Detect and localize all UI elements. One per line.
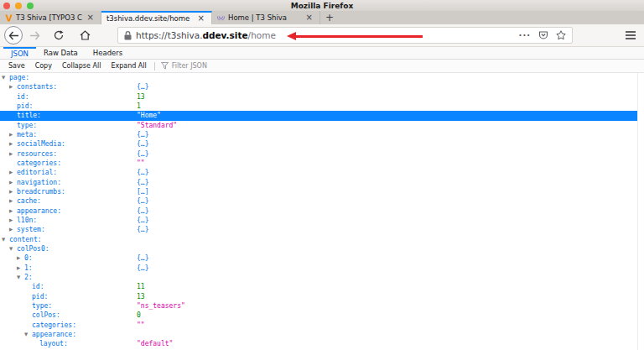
json-key: navigation: [17, 179, 61, 186]
json-tree-row[interactable]: type: "ns_teasers" [0, 301, 644, 311]
json-tree-row[interactable]: id: 11 [0, 282, 644, 291]
json-value: {…} [137, 264, 148, 274]
filter-json-input[interactable] [172, 62, 298, 70]
json-tree-row[interactable]: id: 13 [0, 92, 644, 102]
json-tree-row[interactable]: ▶ appearance: {…} [0, 206, 644, 216]
expand-all-button[interactable]: Expand All [106, 62, 151, 70]
twisty-icon[interactable]: ▼ [9, 244, 13, 254]
json-key: l10n: [17, 217, 37, 224]
twisty-icon[interactable]: ▼ [2, 235, 5, 245]
twisty-icon[interactable]: ▶ [17, 264, 20, 274]
twisty-icon[interactable]: ▶ [9, 206, 13, 217]
twisty-icon[interactable]: ▼ [17, 273, 20, 283]
save-button[interactable]: Save [3, 62, 30, 70]
json-tree-row[interactable]: pid: 13 [0, 292, 644, 301]
json-value: {…} [137, 149, 148, 159]
vertical-scrollbar[interactable] [637, 73, 644, 350]
json-key: id: [32, 283, 44, 290]
json-tree-row[interactable]: ▼ 2: [0, 273, 644, 282]
json-tree-row[interactable]: ▶ system: {…} [0, 225, 644, 234]
json-tree-row[interactable]: categories: "" [0, 159, 644, 168]
twisty-icon[interactable]: ▶ [9, 130, 13, 140]
json-tree-row[interactable]: ▶ editorial: {…} [0, 168, 644, 177]
json-tree-row[interactable]: ▶ resources: {…} [0, 149, 644, 159]
t3shiva-favicon-icon [217, 14, 225, 22]
twisty-icon[interactable]: ▶ [9, 216, 13, 226]
twisty-icon[interactable]: ▼ [2, 73, 5, 83]
back-button[interactable] [4, 26, 23, 44]
json-value: {…} [137, 82, 148, 92]
twisty-icon[interactable]: ▶ [17, 253, 20, 264]
json-key: id: [17, 93, 29, 101]
title-bar: Mozilla Firefox [0, 0, 644, 11]
json-value: "Home" [137, 111, 161, 121]
json-tree-row[interactable]: layout: "default" [0, 339, 644, 348]
twisty-icon[interactable]: ▼ [24, 330, 28, 340]
new-tab-button[interactable]: + [320, 11, 339, 24]
json-value: {…} [137, 196, 148, 206]
json-tree-row[interactable]: ▶ 0: {…} [0, 253, 644, 263]
json-tree-row[interactable]: pid: 1 [0, 102, 644, 111]
json-tree-row[interactable]: ▶ 1: {…} [0, 264, 644, 273]
twisty-icon[interactable]: ▶ [9, 82, 13, 92]
json-tree-row[interactable]: title: "Home" [0, 111, 637, 120]
bookmark-star-icon[interactable] [556, 30, 566, 40]
twisty-icon[interactable]: ▶ [9, 187, 13, 197]
twisty-icon[interactable]: ▶ [9, 196, 13, 206]
json-key: 1: [24, 264, 33, 272]
json-tree-row[interactable]: categories: "" [0, 321, 644, 330]
tab-headers[interactable]: Headers [86, 47, 130, 59]
tab-close-icon[interactable]: × [196, 14, 206, 23]
tab-json[interactable]: JSON [3, 47, 36, 59]
tab-close-icon[interactable]: × [304, 13, 314, 22]
json-value: 13 [137, 292, 145, 302]
json-tree-row[interactable]: ▼ content: [0, 235, 644, 244]
json-key: resources: [17, 150, 57, 158]
json-value: 0 [137, 311, 141, 321]
twisty-icon[interactable]: ▶ [9, 225, 13, 235]
tab-title: Home | T3 Shiva [228, 13, 301, 22]
json-tree-row[interactable]: ▶ breadcrumbs: […] [0, 187, 644, 196]
twisty-icon[interactable]: ▶ [9, 149, 13, 159]
pocket-icon[interactable] [538, 30, 548, 40]
copy-button[interactable]: Copy [30, 62, 57, 70]
json-key: layout: [39, 340, 68, 347]
forward-button[interactable] [25, 26, 44, 44]
json-tree-row[interactable]: ▶ constants: {…} [0, 82, 644, 91]
json-tree-row[interactable]: ▼ colPos0: [0, 244, 644, 253]
annotation-arrow [295, 35, 423, 38]
json-key: pid: [32, 293, 48, 300]
json-key: type: [17, 122, 37, 129]
hamburger-icon [626, 31, 636, 39]
reload-button[interactable] [49, 26, 68, 44]
json-tree-row[interactable]: ▶ meta: {…} [0, 130, 644, 139]
json-tree-row[interactable]: ▼ appearance: [0, 330, 644, 339]
browser-tab-home-frontend[interactable]: Home | T3 Shiva × [212, 11, 320, 24]
tab-title: T3 Shiva [TYPO3 CMS 10 [16, 13, 82, 22]
json-key: page: [9, 74, 29, 81]
json-tree-row[interactable]: ▶ l10n: {…} [0, 216, 644, 225]
json-tree-row[interactable]: ▶ navigation: {…} [0, 178, 644, 187]
tab-close-icon[interactable]: × [86, 13, 96, 22]
hamburger-menu-button[interactable] [622, 27, 639, 44]
json-tree-row[interactable]: ▶ cache: {…} [0, 196, 644, 206]
browser-tab-json-home[interactable]: t3shiva.ddev.site/home × [101, 11, 212, 24]
json-value: {…} [137, 225, 148, 235]
collapse-all-button[interactable]: Collapse All [57, 62, 106, 70]
page-actions-icon[interactable]: ··· [519, 31, 531, 40]
typo3-favicon-icon [5, 14, 13, 22]
tab-raw-data[interactable]: Raw Data [36, 47, 86, 59]
home-button[interactable] [75, 26, 94, 44]
forward-arrow-icon [29, 31, 40, 40]
twisty-icon[interactable]: ▶ [9, 178, 13, 188]
json-tree-row[interactable]: ▼ page: [0, 73, 644, 82]
json-value: {…} [137, 216, 148, 226]
browser-tab-typo3-backend[interactable]: T3 Shiva [TYPO3 CMS 10 × [0, 11, 101, 24]
twisty-icon[interactable]: ▶ [9, 139, 13, 149]
url-scheme: https://t3shiva. [136, 30, 202, 40]
json-tree-row[interactable]: ▶ socialMedia: {…} [0, 139, 644, 149]
json-tree-row[interactable]: type: "Standard" [0, 121, 644, 130]
json-tree-row[interactable]: colPos: 0 [0, 311, 644, 320]
twisty-icon[interactable]: ▶ [9, 168, 13, 178]
window-title: Mozilla Firefox [0, 2, 644, 10]
